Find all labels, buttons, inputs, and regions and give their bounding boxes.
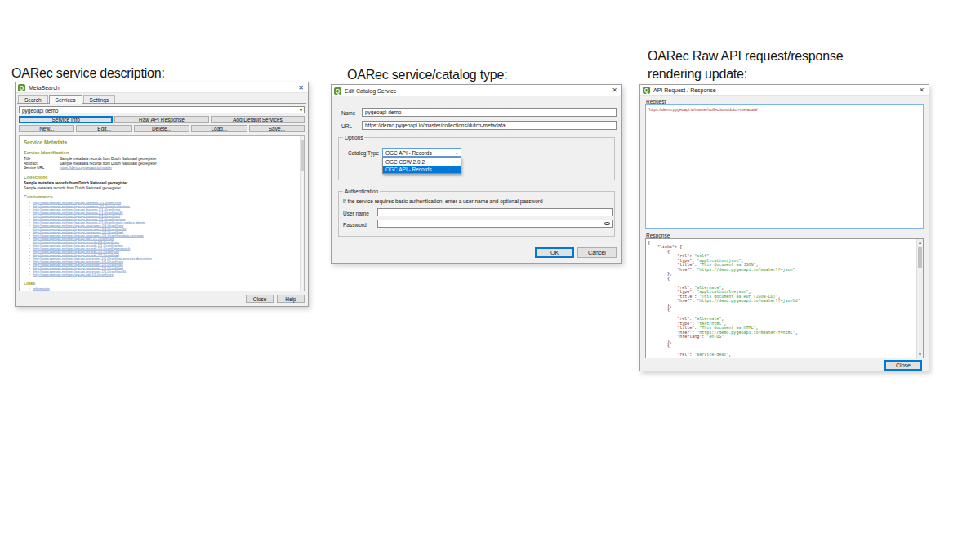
raw-api-response-button[interactable]: Raw API Response (114, 116, 208, 123)
conformance-link[interactable]: http://www.opengis.net/spec/ogcapi-edr-1… (33, 273, 114, 277)
list-item: http://www.opengis.net/spec/ogcapi-edr-1… (33, 273, 300, 277)
qgis-icon: Q (643, 87, 650, 94)
api-dialog-titlebar: Q API Request / Response ✕ (640, 85, 929, 96)
caption-raw-api: OARec Raw API request/response rendering… (648, 47, 853, 83)
qgis-icon: Q (18, 84, 25, 91)
document-link-list: informationThis document as JSONThis doc… (33, 287, 300, 291)
ok-button[interactable]: OK (535, 247, 574, 258)
close-icon[interactable]: ✕ (919, 87, 924, 95)
edit-catalog-titlebar: Q Edit Catalog Service ✕ (332, 85, 621, 96)
request-url-text: 'https://demo.pygeoapi.io/master/collect… (646, 105, 923, 113)
collection-abstract: Sample metadata records from Dutch Natio… (24, 186, 300, 191)
help-button[interactable]: Help (277, 295, 305, 303)
service-info-panel: Service Metadata Service Identification … (19, 135, 305, 291)
service-metadata-heading: Service Metadata (24, 140, 300, 146)
chevron-down-icon: ⌄ (455, 149, 459, 156)
close-icon[interactable]: ✕ (612, 87, 617, 95)
links-heading: Links (24, 281, 300, 286)
field-label: Service URL (24, 166, 60, 171)
auth-hint: If the service requires basic authentica… (343, 198, 543, 204)
password-field[interactable] (377, 220, 613, 228)
scrollbar-thumb[interactable] (918, 247, 922, 268)
metasearch-footer: Close Help (246, 295, 305, 303)
service-select-value: pygeoapi demo (22, 108, 58, 113)
option-ogc-csw-2-0-2[interactable]: OGC CSW 2.0.2 (383, 158, 461, 166)
response-json: { "links": [ { "rel": "self", "type": "a… (646, 239, 923, 358)
options-group-label: Options (343, 135, 364, 140)
window-title: Edit Catalog Service (345, 88, 396, 94)
close-button[interactable]: Close (246, 295, 274, 303)
add-default-services-button[interactable]: Add Default Services (211, 116, 305, 123)
response-scrollbar[interactable]: ▲ ▼ (916, 239, 923, 358)
collections-heading: Collections (24, 175, 300, 180)
new-button[interactable]: New... (19, 125, 74, 132)
url-label: URL (341, 123, 352, 129)
chevron-down-icon: ▾ (300, 107, 302, 113)
password-reveal-eye-icon[interactable] (604, 221, 610, 226)
metasearch-window: Q MetaSearch ✕ SearchServicesSettings py… (15, 82, 309, 307)
username-label: User name (343, 211, 369, 216)
catalog-type-label: Catalog Type (348, 150, 379, 156)
delete-button[interactable]: Delete... (134, 125, 189, 132)
identification-fields: TitleSample metadata records from Dutch … (24, 157, 300, 171)
response-label: Response (646, 233, 670, 238)
conformance-heading: Conformance (24, 194, 300, 199)
cancel-button[interactable]: Cancel (577, 247, 617, 258)
metasearch-button-row-1: Service InfoRaw API ResponseAdd Default … (19, 116, 305, 123)
password-label: Password (343, 222, 367, 228)
catalog-type-dropdown: OGC CSW 2.0.2OGC API - Records (382, 157, 461, 174)
option-ogc-api-records[interactable]: OGC API - Records (383, 166, 461, 174)
scrollbar-thumb[interactable] (301, 140, 304, 171)
service-info-button[interactable]: Service Info (19, 116, 113, 123)
api-request-response-window: Q API Request / Response ✕ Request 'http… (639, 84, 929, 371)
window-title: API Request / Response (653, 87, 716, 93)
options-group: Options (338, 137, 615, 180)
caption-catalog-type: OARec service/catalog type: (347, 66, 592, 84)
screenshot-canvas: OARec service description: OARec service… (0, 0, 980, 551)
edit-catalog-window: Q Edit Catalog Service ✕ Name URL Option… (331, 84, 622, 264)
service-select[interactable]: pygeoapi demo ▾ (19, 106, 305, 113)
save-button[interactable]: Save... (249, 125, 305, 132)
catalog-type-value: OGC API - Records (385, 150, 432, 156)
qgis-icon: Q (334, 87, 341, 95)
window-title: MetaSearch (29, 85, 60, 91)
close-button[interactable]: Close (884, 360, 922, 371)
response-textarea[interactable]: { "links": [ { "rel": "self", "type": "a… (645, 238, 924, 358)
document-link[interactable]: This document as JSON (33, 291, 69, 292)
service-url-link[interactable]: https://demo.pygeoapi.io/master (60, 166, 112, 171)
name-label: Name (341, 110, 355, 116)
load-button[interactable]: Load... (191, 125, 247, 132)
content-scrollbar[interactable] (300, 136, 304, 291)
list-item: This document as JSON (33, 291, 300, 291)
name-field[interactable] (362, 108, 617, 117)
edit-button[interactable]: Edit... (76, 125, 131, 132)
scroll-down-icon[interactable]: ▼ (917, 351, 923, 358)
catalog-type-select[interactable]: OGC API - Records ⌄ (382, 148, 461, 157)
url-field[interactable] (362, 121, 617, 130)
conformance-link-list: http://www.opengis.net/spec/ogcapi-commo… (33, 202, 300, 277)
request-textarea[interactable]: 'https://demo.pygeoapi.io/master/collect… (645, 104, 924, 229)
username-field[interactable] (377, 208, 613, 216)
authentication-group-label: Authentication (343, 189, 380, 194)
service-identification-heading: Service Identification (24, 150, 300, 155)
tab-services[interactable]: Services (49, 95, 82, 104)
scroll-up-icon[interactable]: ▲ (917, 239, 923, 246)
json-line: "type": "application/vnd.oai.openapi+jso… (648, 357, 921, 358)
metasearch-button-row-2: New...Edit...Delete...Load...Save... (19, 125, 305, 132)
metasearch-titlebar: Q MetaSearch ✕ (16, 82, 308, 93)
field-row: Service URLhttps://demo.pygeoapi.io/mast… (24, 166, 300, 171)
close-icon[interactable]: ✕ (298, 84, 304, 92)
request-label: Request (646, 99, 666, 104)
caption-service-description: OARec service description: (11, 64, 256, 82)
